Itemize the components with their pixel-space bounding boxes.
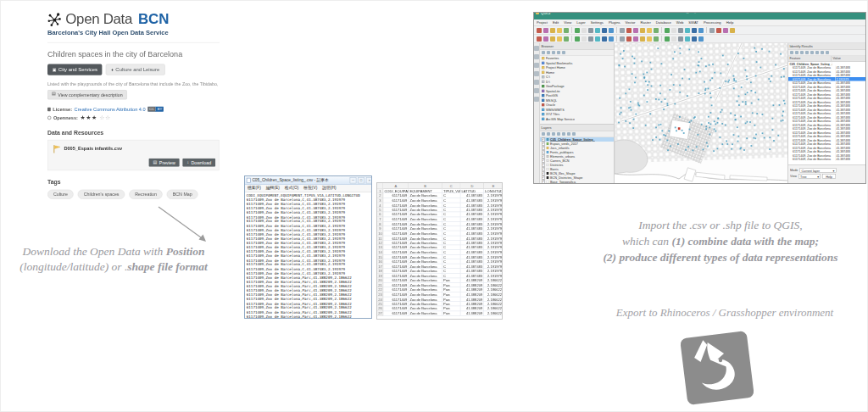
toolbar-icon[interactable] <box>647 28 652 33</box>
toolbar-icon[interactable] <box>595 28 600 33</box>
panel-toolbar-icon[interactable] <box>815 51 819 54</box>
excel-cell[interactable]: 61171409 <box>383 311 409 316</box>
toolbar-icon[interactable] <box>557 36 562 42</box>
toolbar-icon[interactable] <box>698 28 704 33</box>
toolbar-icon[interactable] <box>543 36 548 42</box>
panel-toolbar-icon[interactable] <box>562 51 565 54</box>
toolbar-icon[interactable] <box>557 28 562 33</box>
layer-checkbox[interactable]: ✓ <box>542 159 545 163</box>
identify-mode-select[interactable]: Current layer▾ <box>799 168 836 173</box>
qgis-map-canvas[interactable] <box>615 43 788 183</box>
toolbar-icon[interactable] <box>665 36 670 42</box>
side-strip-icon[interactable] <box>534 80 539 85</box>
toolbar-icon[interactable] <box>654 36 659 42</box>
panel-toolbar-icon[interactable] <box>826 51 829 54</box>
tag-pill[interactable]: BCN Map <box>167 190 198 199</box>
notepad-menu-item[interactable]: 檔案(F) <box>245 186 264 192</box>
toolbar-icon[interactable] <box>537 28 542 33</box>
toolbar-icon[interactable] <box>665 28 670 33</box>
tag-pill[interactable]: Culture <box>47 190 74 199</box>
toolbar-icon[interactable] <box>640 28 645 33</box>
tag-pill[interactable]: Recreation <box>129 190 162 199</box>
license-link[interactable]: Creative Commons Attribution 4.0 <box>75 107 146 112</box>
toolbar-icon[interactable] <box>730 28 735 33</box>
layer-checkbox[interactable]: ✓ <box>542 138 545 142</box>
toolbar-icon[interactable] <box>602 28 607 33</box>
toolbar-icon[interactable] <box>575 28 580 33</box>
toolbar-icon[interactable] <box>550 28 555 33</box>
excel-cell[interactable]: 41.388209 <box>460 311 484 316</box>
qgis-menu-item[interactable]: Processing <box>701 20 724 25</box>
side-strip-icon[interactable] <box>534 71 539 76</box>
qgis-menu-item[interactable]: View <box>561 20 574 25</box>
close-button[interactable]: × <box>366 177 371 183</box>
panel-toolbar-icon[interactable] <box>800 51 804 54</box>
category-city-services-button[interactable]: ▣ City and Services <box>47 64 103 75</box>
download-button[interactable]: ↓ Download <box>182 159 215 167</box>
panel-toolbar-icon[interactable] <box>805 51 809 54</box>
panel-toolbar-icon[interactable] <box>542 132 545 136</box>
qgis-close-button[interactable]: × <box>693 13 698 15</box>
qgis-menu-item[interactable]: Layer <box>574 20 587 25</box>
qgis-menu-item[interactable]: Vector <box>623 20 638 25</box>
notepad-menu-item[interactable]: 檢視(V) <box>301 186 320 192</box>
layer-checkbox[interactable]: ✓ <box>542 151 545 154</box>
panel-toolbar-icon[interactable] <box>572 132 576 136</box>
toolbar-icon[interactable] <box>543 28 548 33</box>
browser-tree-item[interactable]: ArcGIS Map Service <box>540 117 614 122</box>
layer-checkbox[interactable]: ✓ <box>542 164 545 167</box>
notepad-menu-item[interactable]: 說明(H) <box>320 186 338 192</box>
layer-checkbox[interactable]: ✓ <box>542 147 545 150</box>
panel-toolbar-icon[interactable] <box>562 132 565 136</box>
toolbar-icon[interactable] <box>602 36 607 42</box>
layer-checkbox[interactable]: ✓ <box>542 176 545 180</box>
layer-checkbox[interactable]: ✓ <box>542 155 545 159</box>
qgis-menu-item[interactable]: Raster <box>637 20 653 25</box>
panel-toolbar-icon[interactable] <box>567 132 570 136</box>
side-strip-icon[interactable] <box>534 97 539 102</box>
open-data-bcn-logo[interactable]: Open Data BCN <box>47 11 220 27</box>
view-description-button[interactable]: ▤ View complementary description <box>47 90 127 99</box>
toolbar-icon[interactable] <box>550 36 555 42</box>
layer-checkbox[interactable]: ✓ <box>542 172 545 175</box>
toolbar-icon[interactable] <box>620 28 625 33</box>
toolbar-icon[interactable] <box>692 36 697 42</box>
excel-row-number[interactable]: 27 <box>377 311 383 316</box>
side-strip-icon[interactable] <box>534 54 539 59</box>
qgis-title-bar[interactable]: QGIS ─ □ × <box>534 13 865 19</box>
qgis-menu-item[interactable]: Database <box>654 20 674 25</box>
qgis-menu-item[interactable]: Settings <box>588 20 606 25</box>
toolbar-icon[interactable] <box>678 28 683 33</box>
toolbar-icon[interactable] <box>671 28 676 33</box>
toolbar-icon[interactable] <box>633 28 638 33</box>
toolbar-icon[interactable] <box>723 28 728 33</box>
side-strip-icon[interactable] <box>534 63 539 68</box>
toolbar-icon[interactable] <box>685 36 690 42</box>
qgis-menu-item[interactable]: Edit <box>550 20 561 25</box>
toolbar-icon[interactable] <box>595 36 600 42</box>
identify-row[interactable]: 61171409, Zoo de Barcelona41.387483 <box>788 158 865 162</box>
identify-help-button[interactable]: Help <box>822 174 836 179</box>
panel-toolbar-icon[interactable] <box>552 132 555 136</box>
toolbar-icon[interactable] <box>609 36 614 42</box>
panel-toolbar-icon[interactable] <box>821 51 824 54</box>
layer-checkbox[interactable]: ✓ <box>542 168 545 171</box>
toolbar-icon[interactable] <box>609 28 614 33</box>
excel-cell[interactable]: 2.186622 <box>484 311 503 316</box>
panel-toolbar-icon[interactable] <box>557 132 560 136</box>
side-strip-icon[interactable] <box>534 46 539 51</box>
qgis-menu-item[interactable]: Help <box>724 20 737 25</box>
toolbar-icon[interactable] <box>709 28 715 33</box>
identify-view-select[interactable]: Tree▾ <box>798 174 821 179</box>
toolbar-icon[interactable] <box>588 28 593 33</box>
toolbar-icon[interactable] <box>581 36 587 42</box>
panel-toolbar-icon[interactable] <box>547 132 550 136</box>
notepad-text-area[interactable]: CODI_EQUIPAMENT,EQUIPAMENT,TIPUS_VIA,LAT… <box>245 192 371 319</box>
excel-cell[interactable]: Zoo de Barcelona <box>409 311 442 316</box>
toolbar-icon[interactable] <box>620 36 625 42</box>
panel-toolbar-icon[interactable] <box>810 51 814 54</box>
toolbar-icon[interactable] <box>581 28 587 33</box>
layer-checkbox[interactable]: ✓ <box>542 181 545 183</box>
qgis-minimize-button[interactable]: ─ <box>677 13 683 15</box>
minimize-button[interactable]: ─ <box>350 177 357 183</box>
